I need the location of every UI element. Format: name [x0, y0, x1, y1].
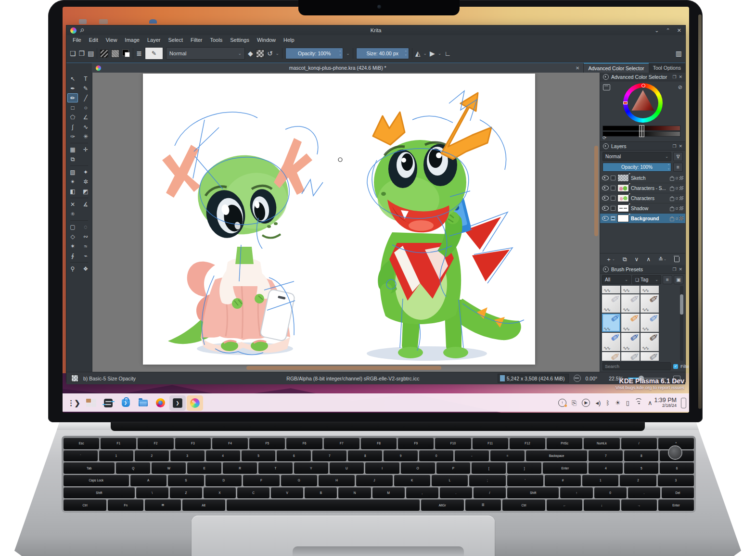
lock-icon[interactable] — [670, 177, 674, 181]
update-notifier-icon[interactable]: ↑ — [558, 399, 566, 407]
scrollbar-handle[interactable] — [680, 294, 683, 315]
document-tab[interactable]: mascot_konqi-plus-phone.kra (424.6 MiB) … — [92, 63, 584, 73]
reload-preset-icon[interactable]: ↺ — [267, 50, 273, 57]
layer-blend-mode-dropdown[interactable]: Normal ⌄ — [602, 152, 671, 161]
spin-buttons[interactable]: ⌃⌄ — [667, 164, 670, 170]
alpha-lock-icon[interactable]: α — [676, 186, 678, 190]
scrollbar-handle[interactable] — [594, 146, 598, 236]
menu-tools[interactable]: Tools — [207, 36, 226, 44]
multibrush-tool[interactable]: ✳ — [80, 132, 91, 141]
brush-preset-cell[interactable]: ✐∿∿ — [641, 333, 659, 351]
visibility-eye-icon[interactable] — [602, 186, 609, 190]
menu-help[interactable]: Help — [280, 36, 298, 44]
close-document-icon[interactable]: ✕ — [576, 65, 579, 71]
maximize-button[interactable]: ⌃ — [666, 27, 670, 34]
wifi-icon[interactable] — [635, 400, 642, 406]
show-desktop-button[interactable] — [681, 398, 686, 408]
brush-preset-cell[interactable]: ✐∿∿ — [602, 352, 620, 361]
menu-settings[interactable]: Settings — [227, 36, 253, 44]
taskbar-app-launcher[interactable]: ⋮❯ — [65, 395, 82, 411]
menu-view[interactable]: View — [103, 36, 121, 44]
move-layer-down-button[interactable]: ∨ — [634, 256, 639, 263]
brush-settings-icon[interactable]: ≣ — [136, 50, 142, 57]
brush-preset-cell[interactable]: ✐∿∿ — [641, 294, 659, 313]
scrollbar-handle[interactable] — [246, 366, 441, 370]
bezier-curve-tool[interactable]: ∫ — [67, 122, 78, 131]
volume-icon[interactable]: ◂) — [595, 400, 601, 406]
open-document-icon[interactable]: ❐ — [79, 50, 85, 57]
transform-select-tool[interactable]: ↖ — [67, 74, 78, 83]
close-icon[interactable]: ✕ — [679, 267, 682, 272]
layer-row-characters-s-[interactable]: ↗Characters - S...α — [600, 183, 685, 193]
layer-options-icon[interactable]: ≡ — [673, 163, 683, 172]
menu-layer[interactable]: Layer — [144, 36, 164, 44]
freehand-brush-tool[interactable]: ✏ — [67, 93, 78, 102]
visibility-eye-icon[interactable] — [602, 216, 609, 221]
brush-preset-cell[interactable]: ✐∿∿ — [641, 314, 659, 332]
brush-preset-cell[interactable]: ✐∿∿ — [621, 352, 640, 361]
tab-tool-options[interactable]: Tool Options — [649, 63, 685, 73]
taskbar-firefox[interactable] — [152, 395, 168, 411]
taskbar-dolphin[interactable] — [135, 395, 151, 411]
chevron-down-icon[interactable]: ⌄ — [346, 51, 350, 56]
spin-buttons[interactable]: ⌃⌄ — [405, 49, 407, 58]
float-icon[interactable]: ❐ — [672, 267, 676, 272]
contiguous-selection-tool[interactable]: ✶ — [67, 241, 78, 251]
brush-preset-cell[interactable]: ✐∿∿ — [602, 333, 620, 351]
pattern-swatch[interactable] — [111, 50, 119, 58]
foreground-background-colors[interactable] — [122, 50, 130, 57]
brush-preset-cell[interactable]: ✐∿∿ — [602, 286, 620, 293]
close-icon[interactable]: ✕ — [679, 75, 682, 79]
vertical-scrollbar[interactable] — [594, 73, 598, 365]
save-icon[interactable]: ▤ — [88, 50, 94, 57]
no-color-icon[interactable]: ⊘ — [678, 84, 682, 90]
taskbar-discover[interactable] — [117, 395, 134, 411]
chevron-down-icon[interactable]: ⌄ — [276, 51, 280, 56]
lock-icon[interactable] — [603, 266, 609, 272]
tab-advanced-color-selector[interactable]: Advanced Color Selector — [584, 63, 648, 73]
brush-preset-cell[interactable]: ✐∿∿ — [621, 294, 640, 313]
menu-filter[interactable]: Filter — [187, 36, 205, 44]
canvas-area[interactable] — [92, 73, 600, 372]
menu-file[interactable]: File — [69, 36, 85, 44]
clock[interactable]: 1:39 PM 2/18/24 — [654, 397, 677, 408]
float-icon[interactable]: ❐ — [672, 75, 676, 79]
transform-tool[interactable]: ▦ — [67, 145, 78, 154]
tag-dropdown[interactable]: ❏ Tag ⌄ — [632, 275, 661, 284]
refresh-icon[interactable]: ⟳ — [602, 135, 606, 140]
alpha-lock-icon[interactable]: α — [676, 176, 678, 180]
opacity-slider[interactable]: Opacity: 100% ⌃⌄ — [285, 48, 343, 59]
elliptical-selection-tool[interactable]: ◌ — [80, 222, 91, 231]
close-icon[interactable]: ✕ — [679, 144, 682, 149]
bluetooth-icon[interactable]: ᛒ — [606, 400, 610, 406]
color-selector-body[interactable]: ⊘ ⟳ — [600, 81, 685, 142]
filter-in-tag-checkbox[interactable]: ✓ — [673, 364, 678, 369]
brush-preset-cell[interactable]: ✐∿∿ — [602, 294, 620, 313]
mirror-horizontal-icon[interactable]: ◭ — [415, 50, 421, 57]
workspace-chooser-icon[interactable]: ▥ — [676, 50, 682, 57]
edit-shapes-tool[interactable]: ✒ — [67, 84, 78, 93]
system-tray[interactable]: ↑⎘▶◂)ᛒ☀▯∧ — [558, 399, 652, 407]
layer-filter-icon[interactable]: ∇ — [673, 152, 683, 161]
settings-icon[interactable] — [603, 84, 610, 90]
text-tool[interactable]: T — [80, 74, 91, 83]
fill-tool[interactable]: ◧ — [67, 187, 78, 196]
taskbar-system-settings[interactable] — [100, 395, 116, 411]
spin-buttons[interactable]: ⌃⌄ — [339, 49, 341, 58]
layer-row-background[interactable]: ↗Backgroundα — [600, 214, 685, 224]
new-document-icon[interactable]: ❏ — [70, 50, 76, 57]
move-layer-up-button[interactable]: ∧ — [646, 256, 651, 263]
similar-selection-tool[interactable]: ≈ — [80, 241, 91, 251]
colorize-mask-tool[interactable]: ✲ — [80, 177, 91, 186]
layer-opacity-slider[interactable]: Opacity: 100% ⌃⌄ — [602, 163, 671, 172]
clipboard-icon[interactable]: ⎘ — [572, 400, 577, 406]
preset-display-icon[interactable]: ▣ — [674, 275, 683, 284]
layer-row-characters[interactable]: ↗Charactersα — [600, 193, 685, 203]
alpha-lock-icon[interactable]: α — [676, 196, 678, 201]
measure-tool[interactable]: ∡ — [80, 200, 91, 209]
taskbar-virtual-desktop-pager[interactable] — [83, 395, 99, 411]
layer-checkbox[interactable] — [611, 186, 615, 190]
taskbar-krita[interactable] — [187, 395, 203, 411]
lock-icon[interactable] — [670, 187, 674, 191]
inherit-alpha-icon[interactable] — [679, 196, 683, 200]
